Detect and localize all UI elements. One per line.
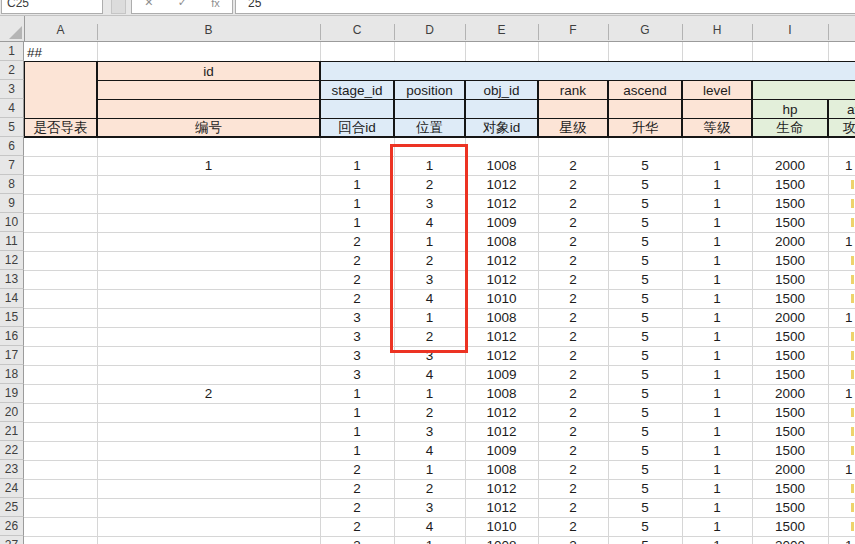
row-header-24[interactable]: 24 xyxy=(0,479,24,498)
cell-E15[interactable]: 1008 xyxy=(465,308,538,327)
cell-F12[interactable]: 2 xyxy=(538,251,608,270)
cell-E7[interactable]: 1008 xyxy=(465,156,538,175)
cell-C27[interactable]: 3 xyxy=(320,536,394,544)
cell-H7[interactable]: 1 xyxy=(682,156,752,175)
cell-B4[interactable] xyxy=(97,99,320,119)
cell-F15[interactable]: 2 xyxy=(538,308,608,327)
cell-H21[interactable]: 1 xyxy=(682,422,752,441)
col-header-C[interactable]: C xyxy=(320,20,394,40)
cell-I16[interactable]: 1500 xyxy=(752,327,828,346)
fx-icon[interactable]: fx xyxy=(211,0,220,9)
cell-C21[interactable]: 1 xyxy=(320,422,394,441)
cell-G18[interactable]: 5 xyxy=(608,365,682,384)
cell-E18[interactable]: 1009 xyxy=(465,365,538,384)
formula-input[interactable]: 25 xyxy=(235,0,855,14)
cell-E21[interactable]: 1012 xyxy=(465,422,538,441)
cell-F5[interactable]: 星级 xyxy=(538,118,608,138)
cell-E25[interactable]: 1012 xyxy=(465,498,538,517)
cell-I12[interactable]: 1500 xyxy=(752,251,828,270)
cell-J7-partial[interactable]: 1 xyxy=(845,156,855,175)
cell-E26[interactable]: 1010 xyxy=(465,517,538,536)
cell-J26-partial[interactable] xyxy=(851,522,854,531)
cell-C23[interactable]: 2 xyxy=(320,460,394,479)
row-header-23[interactable]: 23 xyxy=(0,460,24,479)
col-header-E[interactable]: E xyxy=(465,20,538,40)
cell-H20[interactable]: 1 xyxy=(682,403,752,422)
cell-G20[interactable]: 5 xyxy=(608,403,682,422)
cell-F19[interactable]: 2 xyxy=(538,384,608,403)
name-box[interactable]: C25 xyxy=(1,0,103,14)
cell-I5[interactable]: 生命 xyxy=(752,118,828,138)
cell-D19[interactable]: 1 xyxy=(394,384,465,403)
cell-I23[interactable]: 2000 xyxy=(752,460,828,479)
cell-F14[interactable]: 2 xyxy=(538,289,608,308)
cell-F20[interactable]: 2 xyxy=(538,403,608,422)
red-highlight-rectangle[interactable] xyxy=(390,144,468,353)
cell-H23[interactable]: 1 xyxy=(682,460,752,479)
cell-F25[interactable]: 2 xyxy=(538,498,608,517)
col-header-H[interactable]: H xyxy=(682,20,752,40)
cell-H22[interactable]: 1 xyxy=(682,441,752,460)
cell-B5[interactable]: 编号 xyxy=(97,118,320,138)
cell-A5[interactable]: 是否导表 xyxy=(24,118,97,138)
cell-E17[interactable]: 1012 xyxy=(465,346,538,365)
cell-C13[interactable]: 2 xyxy=(320,270,394,289)
cell-H18[interactable]: 1 xyxy=(682,365,752,384)
cell-H5[interactable]: 等级 xyxy=(682,118,752,138)
cell-I19[interactable]: 2000 xyxy=(752,384,828,403)
cell-A2-A4[interactable] xyxy=(24,61,97,119)
cell-H3[interactable]: level xyxy=(682,80,752,100)
cell-J23-partial[interactable]: 1 xyxy=(845,460,855,479)
cell-C8[interactable]: 1 xyxy=(320,175,394,194)
cell-I24[interactable]: 1500 xyxy=(752,479,828,498)
cell-G14[interactable]: 5 xyxy=(608,289,682,308)
row-header-3[interactable]: 3 xyxy=(0,80,24,99)
cell-C25[interactable]: 2 xyxy=(320,498,394,517)
cell-D27[interactable]: 1 xyxy=(394,536,465,544)
cell-J16-partial[interactable] xyxy=(851,332,854,341)
cell-C26[interactable]: 2 xyxy=(320,517,394,536)
cell-F23[interactable]: 2 xyxy=(538,460,608,479)
cell-C24[interactable]: 2 xyxy=(320,479,394,498)
cell-H17[interactable]: 1 xyxy=(682,346,752,365)
cell-C11[interactable]: 2 xyxy=(320,232,394,251)
cell-E22[interactable]: 1009 xyxy=(465,441,538,460)
cell-H4[interactable] xyxy=(682,99,752,119)
cell-H19[interactable]: 1 xyxy=(682,384,752,403)
cell-E11[interactable]: 1008 xyxy=(465,232,538,251)
cell-F16[interactable]: 2 xyxy=(538,327,608,346)
cell-D24[interactable]: 2 xyxy=(394,479,465,498)
cell-E16[interactable]: 1012 xyxy=(465,327,538,346)
cell-J27-partial[interactable]: 1 xyxy=(845,536,855,544)
cell-F13[interactable]: 2 xyxy=(538,270,608,289)
cell-C15[interactable]: 3 xyxy=(320,308,394,327)
cell-H26[interactable]: 1 xyxy=(682,517,752,536)
row-header-19[interactable]: 19 xyxy=(0,384,24,403)
cell-G4[interactable] xyxy=(608,99,682,119)
cell-J9-partial[interactable] xyxy=(851,199,854,208)
cell-E12[interactable]: 1012 xyxy=(465,251,538,270)
row-header-27[interactable]: 27 xyxy=(0,536,24,544)
cell-F18[interactable]: 2 xyxy=(538,365,608,384)
col-header-D[interactable]: D xyxy=(394,20,465,40)
cell-H27[interactable]: 1 xyxy=(682,536,752,544)
cell-D25[interactable]: 3 xyxy=(394,498,465,517)
row-header-2[interactable]: 2 xyxy=(0,61,24,80)
cell-I20[interactable]: 1500 xyxy=(752,403,828,422)
cell-C9[interactable]: 1 xyxy=(320,194,394,213)
cell-F21[interactable]: 2 xyxy=(538,422,608,441)
cell-I18[interactable]: 1500 xyxy=(752,365,828,384)
cell-J17-partial[interactable] xyxy=(851,351,854,360)
cell-C3[interactable]: stage_id xyxy=(320,80,394,100)
select-all-icon[interactable] xyxy=(9,26,22,39)
cell-C17[interactable]: 3 xyxy=(320,346,394,365)
col-header-A[interactable]: A xyxy=(24,20,97,40)
cell-G25[interactable]: 5 xyxy=(608,498,682,517)
cell-C20[interactable]: 1 xyxy=(320,403,394,422)
cell-F7[interactable]: 2 xyxy=(538,156,608,175)
cell-G10[interactable]: 5 xyxy=(608,213,682,232)
cell-F27[interactable]: 2 xyxy=(538,536,608,544)
cell-E13[interactable]: 1012 xyxy=(465,270,538,289)
row-header-16[interactable]: 16 xyxy=(0,327,24,346)
cell-I11[interactable]: 2000 xyxy=(752,232,828,251)
